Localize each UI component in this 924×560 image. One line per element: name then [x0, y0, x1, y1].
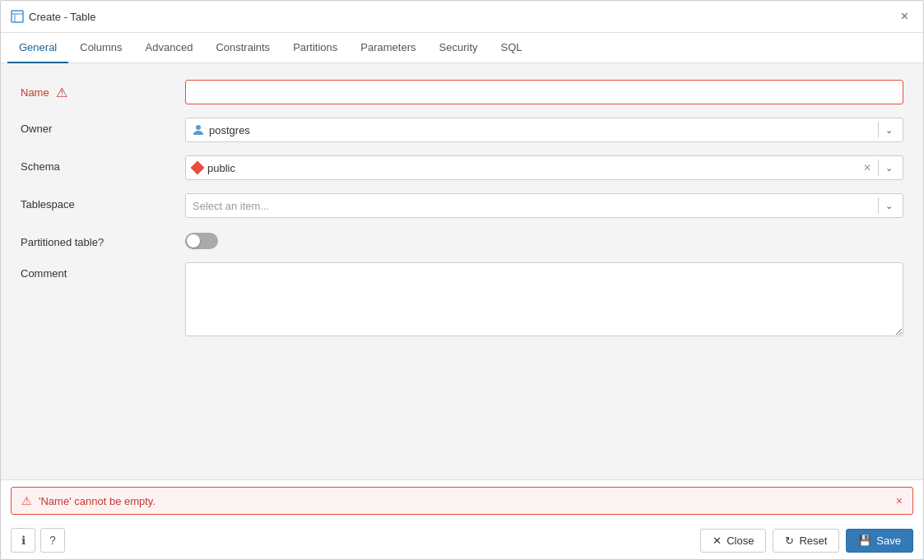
owner-select-value: postgres: [193, 124, 875, 137]
error-bar-message: 'Name' cannot be empty.: [39, 495, 156, 507]
name-error-icon: ⚠: [56, 85, 67, 100]
name-control: [185, 80, 903, 104]
tablespace-select[interactable]: Select an item... ⌄: [185, 193, 903, 218]
reset-button[interactable]: ↻ Reset: [773, 529, 839, 553]
tablespace-separator: [878, 197, 879, 214]
footer-right: ✕ Close ↻ Reset 💾 Save: [700, 529, 913, 553]
error-bar-icon: ⚠: [21, 494, 32, 507]
error-bar: ⚠ 'Name' cannot be empty. ×: [11, 487, 913, 515]
footer-left: ℹ ?: [11, 528, 65, 553]
error-bar-close-button[interactable]: ×: [896, 494, 903, 507]
save-icon: 💾: [858, 535, 871, 547]
owner-icon: [193, 124, 204, 136]
tablespace-control: Select an item... ⌄: [185, 193, 903, 218]
owner-label: Owner: [21, 118, 185, 135]
tablespace-row: Tablespace Select an item... ⌄: [21, 193, 903, 218]
comment-control: [185, 262, 903, 339]
table-icon: [11, 10, 24, 23]
tab-advanced[interactable]: Advanced: [134, 33, 205, 63]
schema-diamond-icon: [191, 161, 205, 175]
title-bar-left: Create - Table: [11, 10, 95, 23]
schema-select-value: public: [193, 162, 860, 174]
tab-constraints[interactable]: Constraints: [204, 33, 281, 63]
schema-select[interactable]: public ✕ ⌄: [185, 155, 903, 180]
tab-bar: General Columns Advanced Constraints Par…: [1, 33, 923, 63]
owner-separator: [878, 122, 879, 138]
comment-input[interactable]: [185, 262, 903, 336]
tab-general[interactable]: General: [7, 33, 68, 63]
name-label: Name ⚠: [21, 80, 185, 100]
save-button[interactable]: 💾 Save: [846, 529, 913, 553]
partitioned-table-control: [185, 231, 903, 249]
svg-point-3: [196, 125, 201, 130]
tab-security[interactable]: Security: [428, 33, 490, 63]
tab-parameters[interactable]: Parameters: [349, 33, 427, 63]
info-button[interactable]: ℹ: [11, 528, 35, 553]
help-button[interactable]: ?: [40, 528, 65, 553]
owner-dropdown-icon: ⌄: [882, 125, 896, 136]
footer: ⚠ 'Name' cannot be empty. × ℹ ? ✕ Close …: [1, 479, 923, 559]
title-bar: Create - Table ×: [1, 1, 923, 33]
partitioned-table-row: Partitioned table?: [21, 231, 903, 249]
tablespace-dropdown-icon: ⌄: [882, 201, 896, 211]
schema-control: public ✕ ⌄: [185, 155, 903, 180]
footer-buttons: ℹ ? ✕ Close ↻ Reset 💾 Save: [1, 521, 923, 559]
name-row: Name ⚠: [21, 80, 903, 104]
spacer: [21, 352, 903, 385]
partitioned-table-label: Partitioned table?: [21, 231, 185, 248]
owner-control: postgres ⌄: [185, 118, 903, 142]
comment-label: Comment: [21, 262, 185, 280]
dialog-close-button[interactable]: ×: [896, 7, 913, 25]
schema-separator: [878, 160, 879, 176]
schema-clear-icon[interactable]: ✕: [860, 162, 875, 174]
owner-select[interactable]: postgres ⌄: [185, 118, 903, 142]
close-icon: ✕: [713, 535, 722, 547]
schema-label: Schema: [21, 155, 185, 173]
name-input[interactable]: [185, 80, 903, 104]
comment-row: Comment: [21, 262, 903, 339]
close-button[interactable]: ✕ Close: [700, 529, 766, 553]
schema-row: Schema public ✕ ⌄: [21, 155, 903, 180]
owner-row: Owner postgres ⌄: [21, 118, 903, 142]
schema-dropdown-icon: ⌄: [882, 163, 896, 174]
form-content: Name ⚠ Owner postgres: [1, 63, 923, 479]
tablespace-select-placeholder: Select an item...: [193, 200, 875, 212]
create-table-dialog: Create - Table × General Columns Advance…: [0, 0, 924, 560]
partitioned-table-toggle[interactable]: [185, 233, 218, 249]
reset-icon: ↻: [785, 535, 794, 547]
svg-rect-0: [12, 11, 23, 22]
tab-columns[interactable]: Columns: [68, 33, 133, 63]
tablespace-label: Tablespace: [21, 193, 185, 211]
tab-sql[interactable]: SQL: [490, 33, 534, 63]
toggle-knob: [187, 234, 200, 248]
tab-partitions[interactable]: Partitions: [281, 33, 349, 63]
dialog-title: Create - Table: [29, 11, 95, 23]
